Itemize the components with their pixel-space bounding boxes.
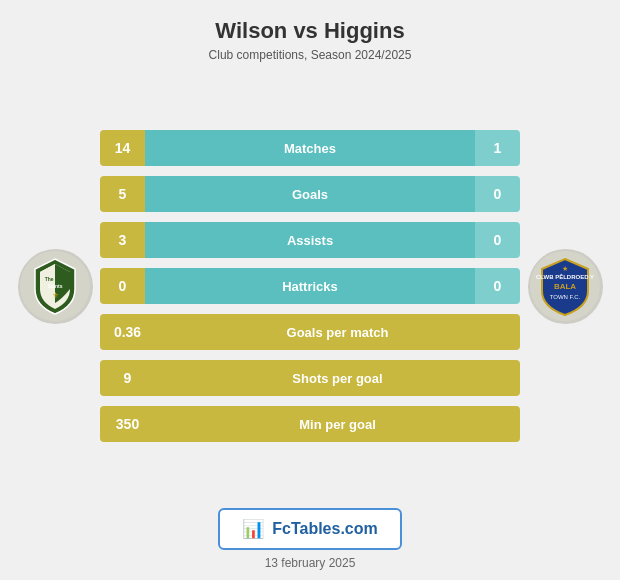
stat-label-5: Shots per goal	[155, 360, 520, 396]
page-wrapper: Wilson vs Higgins Club competitions, Sea…	[0, 0, 620, 580]
stat-label-1: Goals	[145, 176, 475, 212]
stat-row-4: 0.36Goals per match	[100, 314, 520, 350]
svg-text:TOWN F.C.: TOWN F.C.	[550, 294, 581, 300]
header: Wilson vs Higgins Club competitions, Sea…	[209, 0, 412, 68]
stats-container: 14Matches15Goals03Assists00Hattricks00.3…	[100, 130, 520, 442]
stat-right-val-3: 0	[475, 268, 520, 304]
footer-logo-section: 📊 FcTables.com	[218, 508, 402, 550]
stat-row-6: 350Min per goal	[100, 406, 520, 442]
stat-label-0: Matches	[145, 130, 475, 166]
tns-logo-circle: The New Saints ⚜	[18, 249, 93, 324]
page-subtitle: Club competitions, Season 2024/2025	[209, 48, 412, 62]
main-section: The New Saints ⚜ 14Matches15Goals03Assis…	[0, 74, 620, 498]
page-title: Wilson vs Higgins	[209, 18, 412, 44]
stat-left-val-5: 9	[100, 360, 155, 396]
svg-text:Saints: Saints	[47, 283, 62, 289]
stat-left-val-4: 0.36	[100, 314, 155, 350]
right-team-logo: CLWB PÊLDROED Y BALA TOWN F.C. ★	[520, 249, 610, 324]
left-team-logo: The New Saints ⚜	[10, 249, 100, 324]
stat-label-3: Hattricks	[145, 268, 475, 304]
stat-row-0: 14Matches1	[100, 130, 520, 166]
stat-left-val-6: 350	[100, 406, 155, 442]
stat-label-4: Goals per match	[155, 314, 520, 350]
fctables-brand: FcTables.com	[272, 520, 378, 538]
stat-left-val-2: 3	[100, 222, 145, 258]
svg-text:CLWB PÊLDROED Y: CLWB PÊLDROED Y	[536, 273, 594, 280]
stat-left-val-1: 5	[100, 176, 145, 212]
date-footer: 13 february 2025	[265, 556, 356, 570]
stat-label-6: Min per goal	[155, 406, 520, 442]
stat-right-val-0: 1	[475, 130, 520, 166]
stat-row-1: 5Goals0	[100, 176, 520, 212]
stat-row-2: 3Assists0	[100, 222, 520, 258]
stat-label-2: Assists	[145, 222, 475, 258]
bala-logo-circle: CLWB PÊLDROED Y BALA TOWN F.C. ★	[528, 249, 603, 324]
svg-text:BALA: BALA	[554, 282, 576, 291]
svg-text:⚜: ⚜	[52, 291, 59, 300]
svg-text:The New: The New	[45, 276, 66, 282]
tns-logo-svg: The New Saints ⚜	[20, 251, 90, 321]
stat-right-val-2: 0	[475, 222, 520, 258]
bala-logo-svg: CLWB PÊLDROED Y BALA TOWN F.C. ★	[530, 251, 600, 321]
stat-right-val-1: 0	[475, 176, 520, 212]
svg-text:★: ★	[562, 265, 568, 272]
stat-left-val-3: 0	[100, 268, 145, 304]
fctables-icon: 📊	[242, 518, 264, 540]
stat-left-val-0: 14	[100, 130, 145, 166]
stat-row-3: 0Hattricks0	[100, 268, 520, 304]
fctables-banner[interactable]: 📊 FcTables.com	[218, 508, 402, 550]
stat-row-5: 9Shots per goal	[100, 360, 520, 396]
